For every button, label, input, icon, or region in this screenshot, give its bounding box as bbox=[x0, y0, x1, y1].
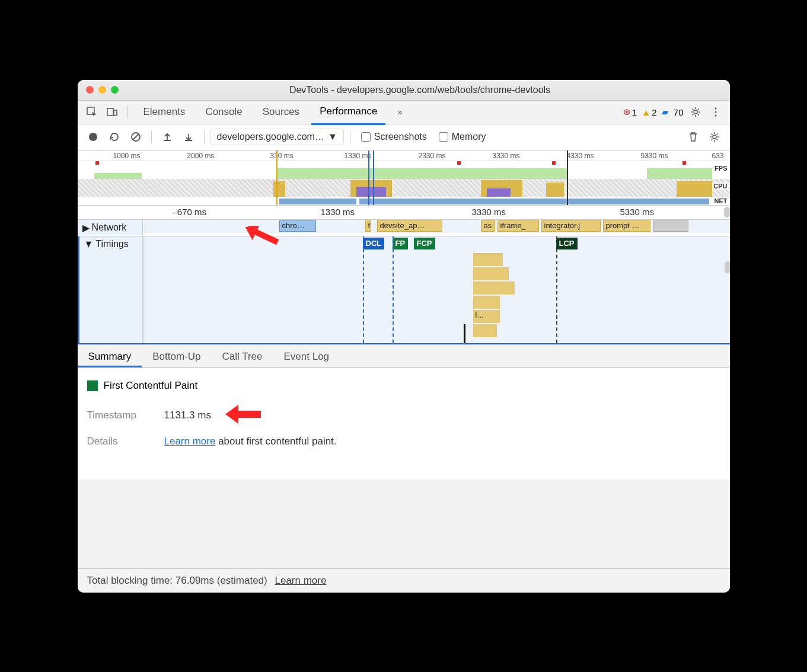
svg-point-4 bbox=[715, 108, 716, 110]
timings-track-body[interactable]: DCL FP FCP LCP l… bbox=[143, 236, 730, 343]
timing-fp[interactable]: FP bbox=[393, 238, 409, 249]
ruler-tick: 1330 ms bbox=[321, 207, 355, 217]
ruler-tick: 330 ms bbox=[270, 152, 294, 160]
profile-label: developers.google.com… bbox=[217, 132, 324, 142]
record-button[interactable] bbox=[84, 127, 103, 146]
ruler-tick: 4330 ms bbox=[567, 152, 594, 160]
annotation-arrow bbox=[244, 226, 279, 255]
net-request[interactable]: f bbox=[365, 220, 371, 232]
inspect-icon[interactable] bbox=[84, 104, 100, 120]
net-segment bbox=[279, 199, 356, 204]
timing-dcl[interactable]: DCL bbox=[363, 238, 385, 249]
settings-icon[interactable] bbox=[687, 104, 704, 120]
maximize-button[interactable] bbox=[111, 86, 119, 94]
ruler-tick: 1000 ms bbox=[113, 152, 141, 160]
reload-button[interactable] bbox=[105, 127, 124, 146]
details-row: Details Learn more about first contentfu… bbox=[87, 436, 720, 447]
capture-settings-icon[interactable] bbox=[705, 127, 724, 146]
learn-more-link[interactable]: Learn more bbox=[164, 436, 216, 447]
fps-drop-mark bbox=[682, 161, 686, 165]
long-task[interactable] bbox=[473, 296, 500, 309]
net-request[interactable]: devsite_ap… bbox=[377, 220, 442, 232]
download-icon[interactable] bbox=[179, 127, 198, 146]
svg-rect-2 bbox=[114, 110, 117, 116]
details-label: Details bbox=[87, 436, 152, 447]
learn-more-link[interactable]: Learn more bbox=[275, 575, 326, 586]
ruler-tick: 5330 ms bbox=[641, 152, 668, 160]
cpu-activity bbox=[546, 183, 564, 197]
fp-line bbox=[393, 236, 394, 343]
tab-performance[interactable]: Performance bbox=[311, 100, 385, 125]
ruler-tick: –670 ms bbox=[173, 207, 207, 217]
checkbox-icon bbox=[439, 132, 448, 142]
network-track-label[interactable]: ▶ Network bbox=[78, 220, 143, 236]
divider bbox=[350, 130, 350, 143]
tab-console[interactable]: Console bbox=[197, 100, 250, 124]
scrollbar[interactable] bbox=[724, 207, 730, 217]
more-icon[interactable] bbox=[707, 104, 724, 120]
console-status[interactable]: ⊗1 ▲2 ▰ 70 bbox=[623, 107, 684, 117]
profile-selector[interactable]: developers.google.com… ▼ bbox=[210, 129, 344, 145]
tab-elements[interactable]: Elements bbox=[135, 100, 194, 124]
net-request[interactable]: iframe_ bbox=[497, 220, 539, 232]
scrollbar[interactable] bbox=[725, 261, 730, 273]
timings-track-label[interactable]: ▼ Timings bbox=[78, 236, 143, 343]
fps-label: FPS bbox=[713, 165, 728, 172]
long-task[interactable]: l… bbox=[473, 310, 500, 323]
tab-bottomup[interactable]: Bottom-Up bbox=[142, 345, 211, 367]
details-text: Learn more about first contentful paint. bbox=[164, 436, 337, 447]
divider bbox=[127, 105, 128, 119]
upload-icon[interactable] bbox=[158, 127, 177, 146]
network-track-body[interactable]: chro… f devsite_ap… as iframe_ integrato… bbox=[143, 220, 730, 233]
memory-checkbox[interactable]: Memory bbox=[434, 132, 491, 142]
divider bbox=[151, 130, 152, 143]
minimize-button[interactable] bbox=[98, 86, 106, 94]
track-name: Timings bbox=[95, 239, 128, 249]
clear-button[interactable] bbox=[126, 127, 145, 146]
net-request[interactable]: integrator.j bbox=[541, 220, 601, 232]
tab-summary[interactable]: Summary bbox=[78, 345, 142, 367]
message-icon: ▰ bbox=[662, 107, 669, 117]
trash-icon[interactable] bbox=[684, 127, 703, 146]
long-task[interactable] bbox=[473, 324, 497, 337]
ruler-tick: 5330 ms bbox=[620, 207, 655, 217]
viewport-selection[interactable] bbox=[368, 151, 374, 205]
ruler-tick: 3330 ms bbox=[493, 152, 520, 160]
traffic-lights bbox=[86, 86, 119, 94]
tab-calltree[interactable]: Call Tree bbox=[211, 345, 273, 367]
empty-area bbox=[78, 479, 730, 568]
tabs-overflow[interactable]: » bbox=[389, 101, 410, 123]
tab-sources[interactable]: Sources bbox=[254, 100, 308, 124]
long-task[interactable] bbox=[473, 267, 509, 280]
flamechart-area[interactable]: ▶ Network chro… f devsite_ap… as iframe_… bbox=[78, 220, 730, 344]
tab-eventlog[interactable]: Event Log bbox=[273, 345, 340, 367]
device-mode-icon[interactable] bbox=[104, 104, 120, 120]
cpu-lane: CPU bbox=[78, 179, 730, 197]
devtools-tabs: Elements Console Sources Performance » ⊗… bbox=[78, 101, 730, 124]
svg-rect-1 bbox=[107, 108, 113, 116]
summary-panel: First Contentful Paint Timestamp 1131.3 … bbox=[78, 368, 730, 479]
net-request[interactable] bbox=[653, 220, 688, 232]
net-request[interactable]: chro… bbox=[279, 220, 316, 232]
long-task[interactable] bbox=[473, 281, 515, 295]
net-segment bbox=[359, 199, 709, 204]
net-request[interactable]: as bbox=[481, 220, 495, 232]
close-button[interactable] bbox=[86, 86, 94, 94]
cpu-activity bbox=[273, 181, 285, 197]
titlebar: DevTools - developers.google.com/web/too… bbox=[78, 80, 730, 101]
fps-lane: FPS bbox=[78, 161, 730, 179]
ruler-tick: 2330 ms bbox=[419, 152, 446, 160]
blocking-time-text: Total blocking time: 76.09ms (estimated) bbox=[87, 575, 267, 586]
annotation-arrow bbox=[225, 404, 261, 427]
event-color-swatch bbox=[87, 380, 98, 391]
track-ruler: –670 ms 1330 ms 3330 ms 5330 ms bbox=[78, 206, 730, 220]
checkbox-icon bbox=[361, 132, 371, 142]
net-request[interactable]: prompt … bbox=[603, 220, 650, 232]
status-bar: Total blocking time: 76.09ms (estimated)… bbox=[78, 568, 730, 593]
long-task[interactable] bbox=[473, 253, 503, 266]
screenshots-checkbox[interactable]: Screenshots bbox=[356, 132, 432, 142]
timing-lcp[interactable]: LCP bbox=[556, 238, 578, 249]
fps-bar bbox=[94, 173, 142, 179]
overview-panel[interactable]: 1000 ms 2000 ms 330 ms 1330 ms 2330 ms 3… bbox=[78, 151, 730, 206]
timing-fcp[interactable]: FCP bbox=[414, 238, 435, 249]
